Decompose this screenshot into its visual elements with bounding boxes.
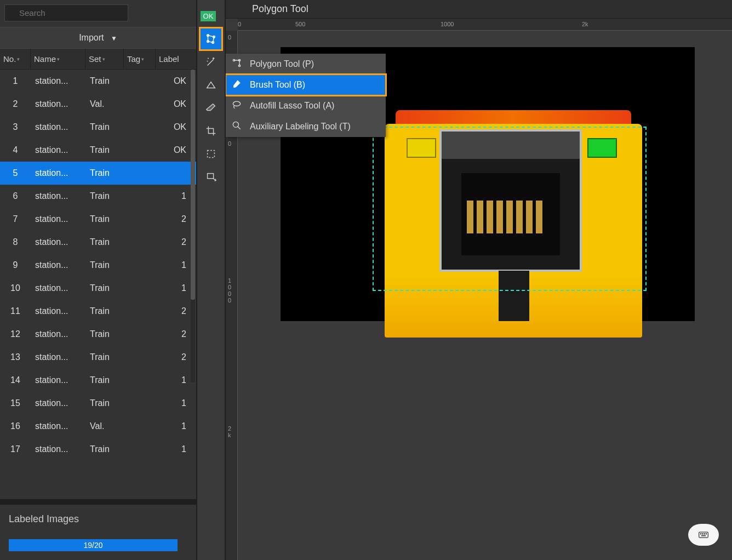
cell-set: Val. <box>85 421 124 431</box>
marquee-tool[interactable] <box>200 143 222 165</box>
cell-no: 17 <box>0 444 31 454</box>
cell-set: Val. <box>85 99 124 109</box>
selection-rectangle[interactable] <box>373 127 647 291</box>
tool-menu-item[interactable]: Brush Tool (B) <box>226 75 386 95</box>
tool-menu-item[interactable]: Auxiliary Labeling Tool (T) <box>226 116 386 137</box>
col-name[interactable]: Name▾ <box>31 49 85 69</box>
cell-label: OK <box>156 76 193 86</box>
cell-no: 16 <box>0 421 31 431</box>
cell-name: station... <box>31 398 85 408</box>
cell-name: station... <box>31 306 85 316</box>
cell-label: 2 <box>156 306 193 316</box>
table-row[interactable]: 3station...TrainOK <box>0 116 196 139</box>
table-row[interactable]: 15station...Train1 <box>0 392 196 415</box>
scrollbar-thumb[interactable] <box>191 70 195 300</box>
svg-point-24 <box>706 534 706 534</box>
cell-no: 8 <box>0 237 31 247</box>
transform-tool[interactable] <box>200 166 222 188</box>
col-tag[interactable]: Tag▾ <box>124 49 156 69</box>
svg-rect-14 <box>208 174 214 179</box>
cell-no: 14 <box>0 375 31 385</box>
cell-label: 1 <box>156 444 193 454</box>
col-set[interactable]: Set▾ <box>85 49 124 69</box>
table-row[interactable]: 6station...Train1 <box>0 185 196 208</box>
canvas-title: Polygon Tool <box>226 0 732 19</box>
chevron-down-icon: ▼ <box>111 35 117 42</box>
shape-tool[interactable] <box>200 74 222 96</box>
cell-label: 1 <box>156 398 193 408</box>
svg-rect-25 <box>701 535 706 536</box>
ruler-tick: 0 <box>238 21 241 27</box>
cell-no: 3 <box>0 122 31 132</box>
cell-no: 2 <box>0 99 31 109</box>
table-row[interactable]: 10station...Train1 <box>0 277 196 300</box>
canvas-area: Polygon Tool 050010002k 001 0 0 02 k Pol… <box>226 0 732 560</box>
table-row[interactable]: 17station...Train1 <box>0 438 196 461</box>
ok-chip[interactable]: OK <box>201 11 216 21</box>
table-row[interactable]: 14station...Train1 <box>0 369 196 392</box>
cell-label: 2 <box>156 329 193 339</box>
import-label: Import <box>79 33 104 42</box>
table-row[interactable]: 8station...Train2 <box>0 231 196 254</box>
svg-rect-20 <box>699 532 708 538</box>
lasso-icon <box>231 99 242 112</box>
table-row[interactable]: 16station...Val.1 <box>0 415 196 438</box>
cell-no: 7 <box>0 214 31 224</box>
table-row[interactable]: 5station...Train <box>0 162 196 185</box>
table-row[interactable]: 1station...TrainOK <box>0 70 196 93</box>
cell-set: Train <box>85 352 124 362</box>
magic-wand-tool[interactable] <box>200 51 222 73</box>
cell-label: 1 <box>156 421 193 431</box>
cell-set: Train <box>85 283 124 293</box>
table-row[interactable]: 4station...TrainOK <box>0 139 196 162</box>
tool-menu-item-label: Brush Tool (B) <box>250 80 305 90</box>
cell-name: station... <box>31 352 85 362</box>
table-row[interactable]: 9station...Train1 <box>0 254 196 277</box>
cell-set: Train <box>85 329 124 339</box>
tool-menu-item-label: Auxiliary Labeling Tool (T) <box>250 122 351 132</box>
search-input[interactable] <box>4 4 128 21</box>
cell-no: 4 <box>0 145 31 155</box>
col-no[interactable]: No.▾ <box>0 49 31 69</box>
cell-name: station... <box>31 237 85 247</box>
cell-label: 2 <box>156 214 193 224</box>
crop-tool[interactable] <box>200 120 222 142</box>
col-label[interactable]: Label <box>156 49 193 69</box>
cell-name: station... <box>31 260 85 270</box>
ruler-tick: 2k <box>582 21 588 27</box>
eraser-tool[interactable] <box>200 97 222 119</box>
cell-label: 1 <box>156 260 193 270</box>
tool-menu-item-label: Autofill Lasso Tool (A) <box>250 101 334 111</box>
table-row[interactable]: 12station...Train2 <box>0 323 196 346</box>
cell-label: 1 <box>156 283 193 293</box>
tool-menu-item[interactable]: Autofill Lasso Tool (A) <box>226 95 386 116</box>
cell-no: 13 <box>0 352 31 362</box>
cell-label: 1 <box>156 191 193 201</box>
polygon-tool[interactable] <box>200 28 222 50</box>
cell-set: Train <box>85 260 124 270</box>
progress-bar: 19/20 <box>9 539 178 551</box>
cell-set: Train <box>85 145 124 155</box>
tool-strip: OK <box>197 0 226 560</box>
cell-name: station... <box>31 421 85 431</box>
aux-label-icon <box>231 120 242 133</box>
tool-menu-item[interactable]: Polygon Tool (P) <box>226 54 386 75</box>
table-row[interactable]: 2station...Val.OK <box>0 93 196 116</box>
table-row[interactable]: 11station...Train2 <box>0 300 196 323</box>
cell-set: Train <box>85 398 124 408</box>
cell-set: Train <box>85 237 124 247</box>
progress-section: Labeled Images 19/20 <box>0 499 196 560</box>
cell-name: station... <box>31 122 85 132</box>
import-dropdown[interactable]: Import ▼ <box>0 27 196 49</box>
cell-no: 12 <box>0 329 31 339</box>
cell-label: OK <box>156 99 193 109</box>
progress-title: Labeled Images <box>9 513 187 525</box>
table-row[interactable]: 7station...Train2 <box>0 208 196 231</box>
cell-no: 5 <box>0 168 31 178</box>
cell-name: station... <box>31 444 85 454</box>
ruler-tick: 2 k <box>228 425 231 438</box>
cell-label: OK <box>156 145 193 155</box>
on-screen-keyboard-button[interactable] <box>688 524 719 546</box>
table-row[interactable]: 13station...Train2 <box>0 346 196 369</box>
svg-point-23 <box>704 534 705 534</box>
